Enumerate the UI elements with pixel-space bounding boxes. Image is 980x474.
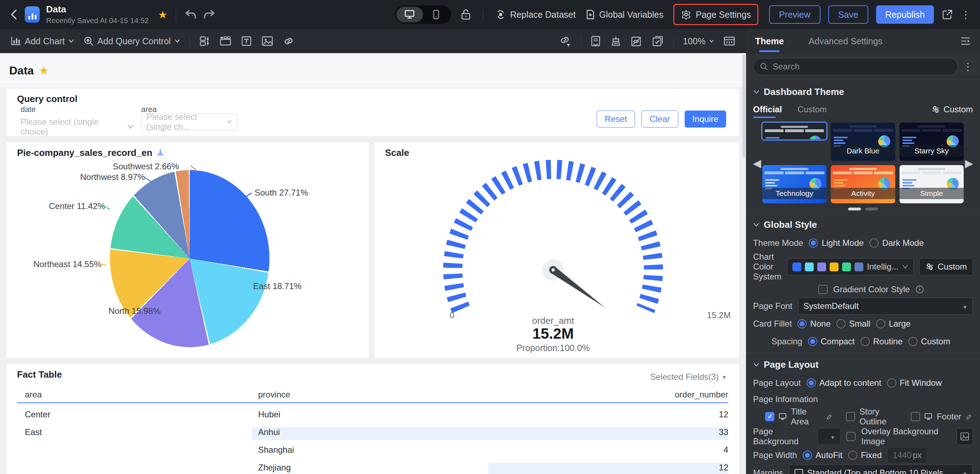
theme-simple[interactable]: Simple [899,165,964,203]
text-component-icon[interactable] [241,35,252,47]
radio-spacing-compact[interactable]: Compact [808,336,855,346]
radio-autofit[interactable]: AutoFit [803,450,842,460]
column-header-order-number[interactable]: order_number [675,390,728,399]
clean-canvas-icon[interactable] [610,35,622,47]
info-icon[interactable] [915,285,924,294]
global-variables-button[interactable]: Global Variables [586,9,664,20]
grid-ruler-icon[interactable] [723,36,735,46]
radio-adapt-to-content[interactable]: Adapt to content [807,378,881,388]
theme-custom-button[interactable]: Custom [931,105,973,114]
background-image-button[interactable] [956,428,973,445]
radio-fillet-small[interactable]: Small [837,319,870,329]
favorite-star-icon[interactable]: ★ [158,8,168,21]
table-row[interactable]: Zhejiang 12 [17,458,728,474]
search-options-icon[interactable] [963,61,973,73]
overlay-background-checkbox[interactable] [846,432,856,441]
carousel-page-indicator[interactable] [848,208,861,211]
replace-dataset-button[interactable]: Replace Dataset [495,9,576,20]
chart-color-select[interactable]: Intellig... [787,258,914,275]
story-outline-checkbox[interactable] [846,412,855,421]
image-component-icon[interactable] [261,36,274,46]
reset-button[interactable]: Reset [597,111,635,128]
selected-fields-dropdown[interactable]: Selected Fields(3) ▼ [650,372,727,382]
radio-fit-window[interactable]: Fit Window [887,378,942,388]
preview-button[interactable]: Preview [769,5,821,24]
radio-fixed-width[interactable]: Fixed [848,450,882,460]
share-icon[interactable] [942,9,953,20]
section-global-style[interactable]: Global Style [753,215,973,234]
carousel-page-indicator[interactable] [865,208,878,211]
radio-spacing-custom[interactable]: Custom [908,336,951,346]
more-menu-icon[interactable] [961,9,971,21]
theme-dark-blue[interactable]: Dark Blue [831,122,895,161]
canvas-scrollbar[interactable] [743,55,745,157]
theme-starry-sky[interactable]: Starry Sky [899,122,964,161]
lock-icon[interactable] [461,9,471,20]
link-component-icon[interactable] [283,36,294,46]
page-settings-button[interactable]: Page Settings [673,4,759,25]
theme-default[interactable]: Default [762,122,826,140]
area-filter-select[interactable]: Please select (single ch... [141,113,237,130]
tab-custom-themes[interactable]: Custom [797,105,827,114]
search-input[interactable]: Search [753,58,958,75]
desktop-view-toggle[interactable] [396,7,423,22]
mobile-view-toggle[interactable] [423,7,450,22]
carousel-right-icon[interactable]: ▶ [965,157,973,169]
section-dashboard-theme[interactable]: Dashboard Theme [753,82,973,101]
tab-component-icon[interactable] [220,36,232,46]
table-row[interactable]: Shanghai 4 [17,440,728,458]
back-icon[interactable] [9,8,18,21]
page-background-select[interactable] [818,428,841,445]
batch-link-icon[interactable] [560,35,571,47]
pie-label-center: Center 11.42% [49,201,105,211]
theme-technology[interactable]: Technology [762,165,826,203]
inquire-button[interactable]: Inquire [685,111,726,128]
device-toggle[interactable] [395,5,451,24]
search-placeholder: Search [773,62,800,71]
radio-spacing-routine[interactable]: Routine [861,336,903,346]
gauge-chart-widget[interactable]: Scale 0 15.2M order_amt 15.2M Proportion… [374,143,739,358]
edit-icon[interactable] [826,412,833,421]
outline-doc-icon[interactable] [590,35,601,47]
radio-fillet-none[interactable]: None [797,319,830,329]
table-row[interactable]: East Anhui 33 [17,422,728,440]
tab-official-themes[interactable]: Official [753,105,782,114]
footer-checkbox[interactable] [911,412,920,421]
add-query-control-button[interactable]: Add Query Control [83,36,180,46]
carousel-left-icon[interactable]: ◀ [753,157,761,169]
gradient-color-checkbox[interactable] [818,285,827,294]
tab-theme[interactable]: Theme [755,30,784,52]
title-area-checkbox[interactable] [765,412,774,421]
component-filter-icon[interactable] [199,35,210,47]
chart-color-custom-button[interactable]: Custom [920,258,973,275]
column-header-province[interactable]: province [258,390,290,399]
redo-icon[interactable] [203,9,215,20]
table-row[interactable]: Center Hubei 12 [17,404,728,422]
column-header-area[interactable]: area [25,390,42,399]
radio-fillet-large[interactable]: Large [876,319,910,329]
date-filter-select[interactable]: Please select (single choice) [21,117,134,137]
radio-light-mode[interactable]: Light Mode [809,238,864,248]
section-page-layout[interactable]: Page Layout [753,355,973,374]
query-control-widget[interactable]: Query control date Please select (single… [6,89,739,136]
republish-button[interactable]: Republish [876,5,934,24]
save-button[interactable]: Save [828,5,868,24]
zoom-level-dropdown[interactable]: 100% [683,36,714,46]
clear-button[interactable]: Clear [641,111,678,128]
margins-select[interactable]: Standard (Top and Bottom 10 Pixels, Left… [789,464,973,474]
add-chart-button[interactable]: Add Chart [11,36,74,46]
pie-chart-widget[interactable]: Pie-company_sales_record_en South 27.71%… [6,143,369,358]
overlay-background-label: Overlay Background Image [861,426,951,446]
edit-icon[interactable] [966,412,973,421]
tab-advanced-settings[interactable]: Advanced Settings [809,30,883,52]
chevron-down-icon [175,39,180,43]
theme-activity[interactable]: Activity [831,165,895,203]
radio-dark-mode[interactable]: Dark Mode [869,238,924,248]
page-width-input[interactable]: 1440 px [888,447,927,463]
undo-icon[interactable] [185,9,197,20]
page-font-select[interactable]: SystemDefault [798,298,973,315]
hidden-components-icon[interactable] [631,35,643,47]
fact-table-widget[interactable]: Fact Table Selected Fields(3) ▼ area pro… [6,364,739,474]
multi-select-icon[interactable] [652,35,664,47]
collapse-panel-icon[interactable] [960,36,971,46]
